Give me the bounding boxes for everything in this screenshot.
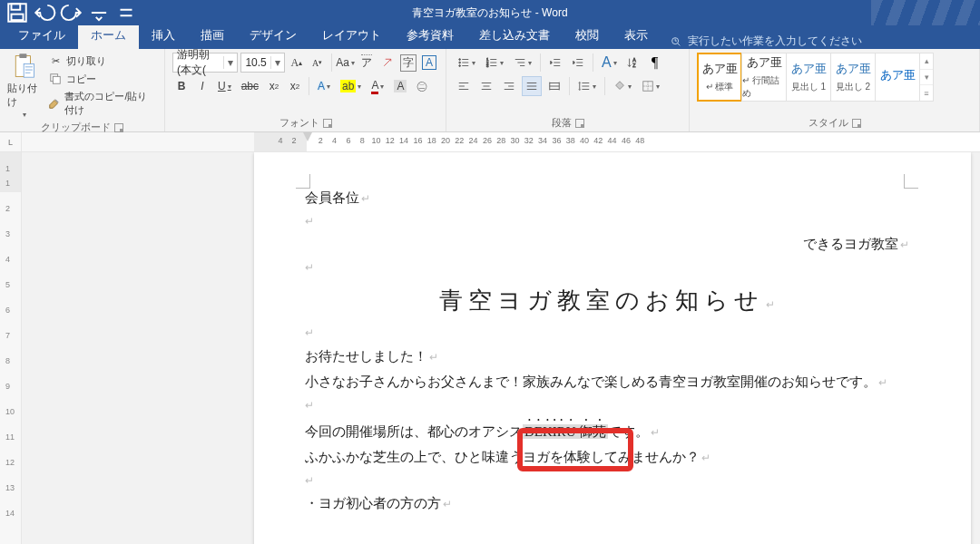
paragraph-dialog-launcher[interactable] <box>575 119 584 128</box>
doc-blank: ↵ <box>305 471 909 491</box>
subscript-button[interactable]: x2 <box>265 76 283 96</box>
styles-dialog-launcher[interactable] <box>852 119 861 128</box>
svg-rect-6 <box>24 64 34 78</box>
svg-point-9 <box>459 59 461 61</box>
doc-li1: ・ヨガ初心者の方の方 <box>305 496 441 510</box>
text-direction-button[interactable]: A▾ <box>598 53 621 73</box>
char-shading-button[interactable]: A <box>390 76 410 96</box>
distributed-button[interactable] <box>544 76 564 96</box>
font-color-button[interactable]: A▾ <box>368 76 387 96</box>
enclose-char-button[interactable]: 字 <box>399 53 417 73</box>
bullets-button[interactable]: ▾ <box>454 53 479 73</box>
doc-p3a: 今回の開催場所は、都心のオアシス <box>305 424 523 439</box>
multilevel-button[interactable]: ▾ <box>510 53 535 73</box>
styles-scroll[interactable]: ▴▾≡ <box>919 53 934 102</box>
document-canvas[interactable]: 会員各位↵ ↵ できるヨガ教室↵ ↵ 青空ヨガ教室のお知らせ↵ ↵ お待たせしま… <box>22 152 980 544</box>
align-right-button[interactable] <box>499 76 519 96</box>
quicksave-icon[interactable] <box>5 2 29 24</box>
tab-draw[interactable]: 描画 <box>188 23 237 49</box>
group-styles-label: スタイル <box>808 116 848 130</box>
underline-button[interactable]: U▾ <box>214 76 235 96</box>
tab-mailings[interactable]: 差し込み文書 <box>466 23 563 49</box>
horizontal-ruler[interactable]: 4224681012141618202224262830323436384042… <box>254 132 980 151</box>
enclose-combo-button[interactable]: ㊁ <box>413 76 431 96</box>
scissors-icon: ✂ <box>48 53 63 68</box>
style-heading1[interactable]: あア亜見出し 1 <box>786 53 831 102</box>
change-case-button[interactable]: Aa▾ <box>336 53 355 73</box>
copy-icon <box>48 72 63 86</box>
tab-review[interactable]: 校閲 <box>563 23 612 49</box>
svg-text:A: A <box>632 57 636 63</box>
clipboard-dialog-launcher[interactable] <box>114 123 123 132</box>
strike-button[interactable]: abc <box>238 76 262 96</box>
indent-dec-button[interactable] <box>545 53 565 73</box>
doc-p3b: です。 <box>608 424 649 439</box>
svg-rect-5 <box>19 53 26 58</box>
tab-design[interactable]: デザイン <box>237 23 309 49</box>
tab-layout[interactable]: レイアウト <box>309 23 394 49</box>
style-nospacing[interactable]: あア亜↵ 行間詰め <box>741 53 787 102</box>
sort-button[interactable]: AZ <box>623 53 643 73</box>
cut-button[interactable]: ✂切り取り <box>46 53 157 69</box>
doc-p4: ふかふかな芝生の上で、ひと味違うヨガを体験してみませんか？ <box>305 450 700 464</box>
doc-sender: できるヨガ教室 <box>803 237 898 251</box>
show-marks-button[interactable]: ¶ <box>646 53 664 73</box>
undo-icon[interactable] <box>33 2 56 24</box>
clear-format-button[interactable] <box>378 53 397 73</box>
doc-p2: 小さなお子さんからお父さんまで！家族みんなで楽しめる青空ヨガ教室開催のお知らせで… <box>305 374 877 389</box>
vertical-ruler[interactable]: 11234567891011121314 <box>0 152 22 544</box>
text-effects-button[interactable]: A▾ <box>314 76 334 96</box>
tab-view[interactable]: 表示 <box>612 23 661 49</box>
borders-button[interactable]: ▾ <box>638 76 663 96</box>
style-heading2[interactable]: あア亜見出し 2 <box>830 53 876 102</box>
svg-text:3: 3 <box>486 63 489 68</box>
align-center-button[interactable] <box>476 76 496 96</box>
svg-rect-8 <box>54 76 61 83</box>
shading-button[interactable]: ▾ <box>610 76 635 96</box>
brush-icon <box>48 96 61 111</box>
qat-overflow-icon[interactable] <box>114 2 138 24</box>
font-dialog-launcher[interactable] <box>323 119 332 128</box>
highlight-button[interactable]: ab▾ <box>337 76 365 96</box>
align-left-button[interactable] <box>454 76 474 96</box>
paste-button[interactable]: 貼り付け ▾ <box>7 53 41 119</box>
tab-file[interactable]: ファイル <box>5 23 78 49</box>
doc-blank: ↵ <box>305 211 909 232</box>
font-name-combo[interactable]: 游明朝 (本文(▾ <box>172 53 238 73</box>
shrink-font-button[interactable]: A▾ <box>309 53 327 73</box>
tab-references[interactable]: 参考資料 <box>394 23 466 49</box>
page: 会員各位↵ ↵ できるヨガ教室↵ ↵ 青空ヨガ教室のお知らせ↵ ↵ お待たせしま… <box>254 152 971 544</box>
svg-rect-2 <box>12 15 24 21</box>
style-normal[interactable]: あア亜↵ 標準 <box>697 53 742 102</box>
doc-emphasized-text: DEKIRU 御苑 <box>523 424 608 439</box>
char-border-button[interactable]: A <box>420 53 438 73</box>
superscript-button[interactable]: x2 <box>286 76 304 96</box>
tab-home[interactable]: ホーム <box>78 23 139 49</box>
styles-gallery[interactable]: あア亜↵ 標準 あア亜↵ 行間詰め あア亜見出し 1 あア亜見出し 2 あア亜 … <box>697 53 972 102</box>
line-spacing-button[interactable]: ▾ <box>574 76 600 96</box>
style-more[interactable]: あア亜 <box>875 53 920 102</box>
redo-icon[interactable] <box>60 2 83 24</box>
doc-blank: ↵ <box>305 323 909 344</box>
doc-blank: ↵ <box>305 257 909 278</box>
tab-insert[interactable]: 挿入 <box>139 23 188 49</box>
title-decoration <box>871 0 980 25</box>
tell-me-placeholder: 実行したい作業を入力してください <box>688 34 862 49</box>
qat-more-icon[interactable] <box>87 2 111 24</box>
bold-button[interactable]: B <box>172 76 191 96</box>
format-painter-button[interactable]: 書式のコピー/貼り付け <box>46 89 157 118</box>
numbering-button[interactable]: 123▾ <box>482 53 507 73</box>
doc-title: 青空ヨガ教室のお知らせ <box>439 287 764 314</box>
copy-button[interactable]: コピー <box>46 71 157 87</box>
align-justify-button[interactable] <box>522 76 542 96</box>
phonetic-guide-button[interactable]: ア <box>358 53 376 73</box>
indent-inc-button[interactable] <box>568 53 588 73</box>
svg-point-11 <box>459 65 461 67</box>
doc-p1: お待たせしました！ <box>305 349 427 364</box>
font-size-combo[interactable]: 10.5▾ <box>240 53 284 73</box>
window-title: 青空ヨガ教室のお知らせ - Word <box>0 5 980 21</box>
italic-button[interactable]: I <box>193 76 211 96</box>
doc-blank: ↵ <box>305 395 909 416</box>
grow-font-button[interactable]: A▴ <box>288 53 306 73</box>
tell-me-search[interactable]: 実行したい作業を入力してください <box>661 34 871 49</box>
